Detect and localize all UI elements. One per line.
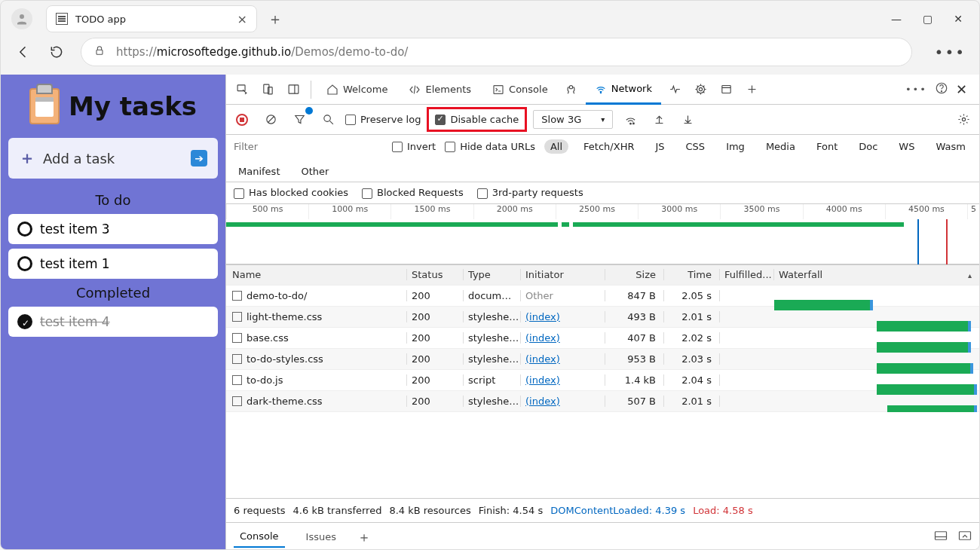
table-row[interactable]: to-do.js200script(index)1.4 kB2.04 s xyxy=(226,370,979,391)
table-row[interactable]: to-do-styles.css200styleshe…(index)953 B… xyxy=(226,349,979,370)
drawer-tab-issues[interactable]: Issues xyxy=(300,527,342,547)
clear-button[interactable] xyxy=(259,108,282,131)
back-button[interactable] xyxy=(14,43,32,61)
drawer-expand-icon[interactable] xyxy=(958,530,972,543)
svg-rect-12 xyxy=(722,86,730,93)
checkbox-checked-icon[interactable] xyxy=(17,314,32,329)
third-party-checkbox[interactable]: 3rd-party requests xyxy=(477,187,583,199)
inspect-element-icon[interactable] xyxy=(231,78,253,101)
address-bar: https://microsoftedge.github.io/Demos/de… xyxy=(1,37,979,75)
sources-icon[interactable] xyxy=(560,78,583,101)
todo-app: My tasks ＋ Add a task ➔ To do test item … xyxy=(1,75,225,550)
filter-type[interactable]: Media xyxy=(760,139,801,154)
network-toolbar: Preserve log Disable cache Slow 3G▾ xyxy=(226,105,979,135)
todo-header: My tasks xyxy=(8,88,218,124)
omnibox[interactable]: https://microsoftedge.github.io/Demos/de… xyxy=(81,38,912,66)
svg-point-10 xyxy=(697,86,705,93)
task-item[interactable]: test item 1 xyxy=(8,249,218,279)
task-item[interactable]: test item 3 xyxy=(8,214,218,244)
filter-type[interactable]: CSS xyxy=(680,139,712,154)
maximize-icon[interactable]: ▢ xyxy=(923,13,933,25)
svg-point-20 xyxy=(323,115,330,122)
file-icon xyxy=(232,375,242,385)
add-task-label: Add a task xyxy=(43,151,115,167)
table-row[interactable]: base.css200styleshe…(index)407 B2.02 s xyxy=(226,328,979,349)
table-row[interactable]: dark-theme.css200styleshe…(index)507 B2.… xyxy=(226,391,979,412)
devtools-more-icon[interactable]: ••• xyxy=(905,84,927,95)
table-row[interactable]: demo-to-do/200docum…Other847 B2.05 s xyxy=(226,286,979,307)
throttling-select[interactable]: Slow 3G▾ xyxy=(533,110,613,129)
network-settings-icon[interactable] xyxy=(952,108,975,131)
invert-checkbox[interactable]: Invert xyxy=(392,141,436,153)
tab-title: TODO app xyxy=(75,14,230,25)
memory-icon[interactable] xyxy=(690,78,712,101)
tab-close-icon[interactable]: × xyxy=(237,12,247,26)
import-har-icon[interactable] xyxy=(648,108,670,131)
browser-tab[interactable]: TODO app × xyxy=(46,5,257,32)
disable-cache-checkbox[interactable]: Disable cache xyxy=(435,114,519,125)
profile-avatar[interactable] xyxy=(11,8,32,29)
svg-line-21 xyxy=(329,121,332,124)
filter-type-all[interactable]: All xyxy=(544,139,568,154)
filter-type[interactable]: Doc xyxy=(853,139,884,154)
file-icon xyxy=(232,396,242,406)
preserve-log-checkbox[interactable]: Preserve log xyxy=(345,114,421,125)
filter-type[interactable]: JS xyxy=(649,139,670,154)
tab-console[interactable]: Console xyxy=(483,75,557,105)
help-icon[interactable] xyxy=(935,81,948,97)
section-todo-label: To do xyxy=(8,192,218,208)
filter-input[interactable] xyxy=(232,138,383,155)
device-toggle-icon[interactable] xyxy=(256,78,279,101)
devtools-drawer: Console Issues ＋ xyxy=(226,522,979,550)
close-devtools-icon[interactable]: ✕ xyxy=(956,81,967,97)
svg-point-8 xyxy=(570,86,573,89)
filter-type[interactable]: Manifest xyxy=(232,164,286,179)
filter-toggle-icon[interactable] xyxy=(288,108,311,131)
minimize-icon[interactable]: — xyxy=(891,13,902,25)
svg-point-0 xyxy=(20,14,24,19)
more-tabs-icon[interactable] xyxy=(741,78,764,101)
file-icon xyxy=(232,291,242,301)
close-window-icon[interactable]: ✕ xyxy=(954,13,963,25)
tab-elements[interactable]: Elements xyxy=(400,75,480,105)
search-icon[interactable] xyxy=(317,108,339,131)
drawer-dock-icon[interactable] xyxy=(934,530,948,543)
blocked-requests-checkbox[interactable]: Blocked Requests xyxy=(362,187,464,199)
section-done-label: Completed xyxy=(8,285,218,301)
svg-point-23 xyxy=(962,118,965,121)
record-button[interactable] xyxy=(231,108,253,131)
checkbox-icon[interactable] xyxy=(17,256,32,271)
export-har-icon[interactable] xyxy=(676,108,699,131)
filter-type[interactable]: Img xyxy=(720,139,751,154)
add-task-input[interactable]: ＋ Add a task ➔ xyxy=(8,138,218,179)
dock-side-icon[interactable] xyxy=(282,78,305,101)
tab-welcome[interactable]: Welcome xyxy=(317,75,397,105)
lock-icon xyxy=(93,44,106,60)
network-conditions-icon[interactable] xyxy=(619,108,642,131)
application-icon[interactable] xyxy=(715,78,738,101)
svg-point-17 xyxy=(941,91,942,92)
network-filter-bar: Invert Hide data URLs All Fetch/XHR JS C… xyxy=(226,135,979,182)
checkbox-icon[interactable] xyxy=(17,222,32,237)
filter-type[interactable]: Fetch/XHR xyxy=(577,139,640,154)
performance-icon[interactable] xyxy=(664,78,687,101)
svg-line-19 xyxy=(268,116,274,123)
submit-task-button[interactable]: ➔ xyxy=(191,150,207,167)
blocked-cookies-checkbox[interactable]: Has blocked cookies xyxy=(234,187,348,199)
network-timeline[interactable]: 500 ms1000 ms1500 ms2000 ms2500 ms3000 m… xyxy=(226,204,979,264)
filter-type[interactable]: Font xyxy=(810,139,844,154)
filter-type[interactable]: WS xyxy=(893,139,920,154)
tab-network[interactable]: Network xyxy=(586,75,661,105)
filter-type[interactable]: Wasm xyxy=(929,139,971,154)
filter-type[interactable]: Other xyxy=(295,164,335,179)
hide-data-urls-checkbox[interactable]: Hide data URLs xyxy=(445,141,535,153)
browser-more-icon[interactable]: ••• xyxy=(935,43,966,61)
drawer-add-tab-icon[interactable]: ＋ xyxy=(357,528,371,546)
svg-rect-5 xyxy=(289,85,299,93)
network-table-header[interactable]: Name Status Type Initiator Size Time Ful… xyxy=(226,264,979,286)
refresh-button[interactable] xyxy=(47,43,66,61)
new-tab-button[interactable]: ＋ xyxy=(263,7,287,31)
svg-point-11 xyxy=(700,87,703,90)
task-item-done[interactable]: test item 4 xyxy=(8,307,218,337)
drawer-tab-console[interactable]: Console xyxy=(234,526,285,548)
